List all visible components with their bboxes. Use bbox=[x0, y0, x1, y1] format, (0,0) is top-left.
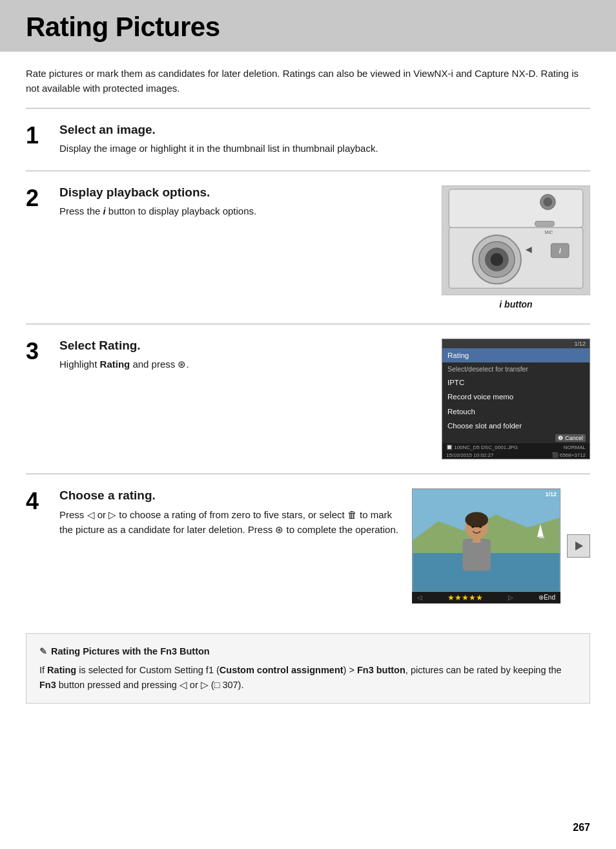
step-3-title-bold: Rating. bbox=[99, 339, 140, 352]
note-body: If Rating is selected for Custom Setting… bbox=[39, 663, 577, 693]
step-4-with-image: Choose a rating. Press ◁ or ▷ to choose … bbox=[59, 488, 590, 603]
menu-bottom-bar: 🔲 100NC_D5 DSC_0001.JPG NORMAL bbox=[442, 443, 590, 452]
menu-cancel: ❷ Cancel bbox=[555, 434, 586, 442]
svg-text:MIC: MIC bbox=[544, 230, 553, 235]
intro-text: Rate pictures or mark them as candidates… bbox=[26, 52, 590, 109]
step-2-text-col: Display playback options. Press the i bu… bbox=[59, 185, 429, 219]
menu-top-bar: 1/12 bbox=[442, 339, 590, 348]
step-3-image-col: 1/12 Rating Select/deselect for transfer… bbox=[442, 339, 590, 459]
menu-size: ⬛ 6568×3712 bbox=[552, 452, 586, 458]
menu-item-slot: Choose slot and folder bbox=[442, 419, 590, 433]
note-box: ✎ Rating Pictures with the Fn3 Button If… bbox=[26, 633, 590, 704]
step-4-desc: Press ◁ or ▷ to choose a rating of from … bbox=[59, 507, 399, 538]
step-3-text-col: Select Rating. Highlight Rating and pres… bbox=[59, 339, 429, 372]
step-2-number: 2 bbox=[26, 185, 59, 309]
step-4-body: Choose a rating. Press ◁ or ▷ to choose … bbox=[59, 488, 590, 603]
note-fn3: Fn3 bbox=[39, 680, 56, 690]
svg-rect-1 bbox=[449, 189, 583, 227]
note-rating: Rating bbox=[47, 665, 76, 675]
step-2-with-image: Display playback options. Press the i bu… bbox=[59, 185, 590, 309]
photo-bottom-bar: ◁ ★★★★★ ▷ ⊛End bbox=[412, 592, 560, 603]
step-1-body: Select an image. Display the image or hi… bbox=[59, 123, 590, 156]
step-4-image-col: 1/12 bbox=[412, 488, 590, 603]
play-icon-box bbox=[567, 534, 590, 558]
svg-point-8 bbox=[543, 197, 552, 206]
end-label: ⊛End bbox=[539, 594, 555, 601]
i-button-label: i button bbox=[499, 299, 532, 309]
menu-item-transfer: Select/deselect for transfer bbox=[442, 362, 590, 376]
note-fn3-button: Fn3 button bbox=[357, 665, 406, 675]
stars-display: ★★★★★ bbox=[447, 593, 483, 602]
svg-point-20 bbox=[465, 512, 488, 527]
photo-page-num: 1/12 bbox=[545, 491, 557, 498]
step-3-number: 3 bbox=[26, 339, 59, 459]
step-2-desc: Press the i button to display playback o… bbox=[59, 204, 429, 218]
menu-bottom-left: 🔲 100NC_D5 DSC_0001.JPG bbox=[446, 445, 518, 450]
stars-left-indicator: ◁ bbox=[417, 594, 422, 601]
svg-rect-22 bbox=[473, 538, 480, 543]
step-3-rating-bold: Rating bbox=[100, 359, 130, 370]
svg-rect-9 bbox=[535, 221, 555, 226]
step-1-title: Select an image. bbox=[59, 123, 590, 138]
step-3: 3 Select Rating. Highlight Rating and pr… bbox=[26, 324, 590, 474]
page-header: Rating Pictures bbox=[0, 0, 616, 52]
step-4-text-col: Choose a rating. Press ◁ or ▷ to choose … bbox=[59, 488, 399, 537]
svg-point-23 bbox=[471, 525, 474, 528]
i-label-char: i bbox=[499, 299, 502, 309]
note-icon: ✎ bbox=[39, 644, 47, 658]
menu-bottom-right: NORMAL bbox=[564, 445, 586, 450]
camera-illustration: i MIC bbox=[442, 185, 590, 295]
menu-item-voice: Record voice memo bbox=[442, 390, 590, 404]
note-title-text: Rating Pictures with the Fn3 Button bbox=[51, 644, 210, 659]
step-4: 4 Choose a rating. Press ◁ or ▷ to choos… bbox=[26, 474, 590, 618]
photo-wrapper: 1/12 bbox=[412, 488, 560, 603]
step-1: 1 Select an image. Display the image or … bbox=[26, 109, 590, 171]
page-content: Rate pictures or mark them as candidates… bbox=[0, 52, 616, 729]
svg-marker-25 bbox=[575, 541, 583, 550]
menu-date-bar: 15/10/2015 10:02:27 ⬛ 6568×3712 bbox=[442, 452, 590, 459]
step-2-body: Display playback options. Press the i bu… bbox=[59, 185, 590, 309]
step-3-title: Select Rating. bbox=[59, 339, 429, 353]
photo-svg bbox=[413, 489, 560, 591]
i-char: i bbox=[103, 205, 106, 216]
menu-page-num: 1/12 bbox=[574, 341, 586, 347]
svg-point-6 bbox=[490, 253, 503, 266]
step-4-title: Choose a rating. bbox=[59, 488, 399, 503]
step-3-with-image: Select Rating. Highlight Rating and pres… bbox=[59, 339, 590, 459]
step-3-desc: Highlight Rating and press ⊛. bbox=[59, 357, 429, 372]
menu-item-rating: Rating bbox=[442, 348, 590, 362]
svg-rect-18 bbox=[539, 536, 544, 538]
page-title: Rating Pictures bbox=[26, 12, 590, 43]
svg-rect-21 bbox=[462, 539, 490, 571]
menu-date: 15/10/2015 10:02:27 bbox=[446, 452, 493, 458]
step-1-number: 1 bbox=[26, 123, 59, 156]
note-custom-control: Custom control assignment bbox=[220, 665, 344, 675]
step4-image-area: 1/12 bbox=[412, 488, 590, 603]
step-3-body: Select Rating. Highlight Rating and pres… bbox=[59, 339, 590, 459]
menu-illustration: 1/12 Rating Select/deselect for transfer… bbox=[442, 339, 590, 459]
step-2-image-col: i MIC i button bbox=[442, 185, 590, 309]
step-2-title: Display playback options. bbox=[59, 185, 429, 200]
svg-point-24 bbox=[479, 525, 482, 528]
camera-svg: i MIC bbox=[442, 186, 590, 295]
step-4-number: 4 bbox=[26, 488, 59, 603]
play-icon bbox=[572, 540, 585, 552]
note-title: ✎ Rating Pictures with the Fn3 Button bbox=[39, 644, 577, 659]
photo-container: 1/12 bbox=[412, 488, 560, 592]
photo-illustration bbox=[412, 488, 560, 592]
menu-item-iptc: IPTC bbox=[442, 375, 590, 390]
step-1-desc: Display the image or highlight it in the… bbox=[59, 141, 590, 156]
stars-right-indicator: ▷ bbox=[508, 594, 513, 601]
step-2: 2 Display playback options. Press the i … bbox=[26, 171, 590, 324]
menu-item-retouch: Retouch bbox=[442, 404, 590, 419]
page-number: 267 bbox=[573, 822, 590, 833]
